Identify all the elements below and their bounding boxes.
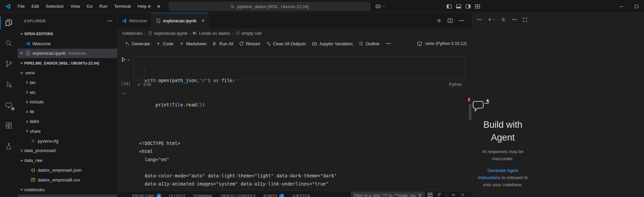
table-view-icon[interactable] xyxy=(428,192,433,197)
back-arrow-icon[interactable] xyxy=(147,4,152,9)
activity-testing[interactable] xyxy=(0,141,18,151)
open-editors-section-header[interactable]: OPEN EDITORS xyxy=(18,29,117,39)
menu-terminal[interactable]: Terminal xyxy=(111,0,134,13)
workspace-section-header[interactable]: PIPELINE_DADOS [WSL: UBUNTU-22.04] xyxy=(18,58,117,68)
chat-disclaimer: AI responses may be inaccurate. xyxy=(481,148,525,162)
copilot-menu[interactable] xyxy=(375,3,385,9)
execution-time: 0.0s xyxy=(144,82,151,87)
add-markdown-cell-button[interactable]: Markdown xyxy=(176,39,209,48)
split-editor-icon[interactable] xyxy=(447,18,453,23)
tab-ports[interactable]: PORTS2 xyxy=(260,194,288,197)
notebook-settings-icon[interactable] xyxy=(436,18,442,23)
run-all-button[interactable]: Run All xyxy=(209,39,236,48)
tab-output[interactable]: OUTPUT xyxy=(165,194,189,197)
more-actions-icon[interactable] xyxy=(459,18,464,23)
breadcrumb-markdown-section[interactable]: M↓ Lendo os dados xyxy=(193,31,230,36)
open-editor-description: notebooks xyxy=(68,51,86,56)
activity-explorer[interactable] xyxy=(0,18,18,28)
breadcrumb-cell[interactable]: empty cell xyxy=(236,31,261,36)
run-cell-button[interactable] xyxy=(121,57,130,63)
close-icon[interactable]: × xyxy=(18,51,25,56)
maximize-button[interactable] xyxy=(629,0,644,13)
toggle-panel-icon[interactable] xyxy=(456,4,461,9)
tab-label: Welcome xyxy=(129,18,147,23)
forward-arrow-icon[interactable] xyxy=(156,4,161,9)
menu-go[interactable]: Go xyxy=(83,0,96,13)
menu-selection[interactable]: Selection xyxy=(42,0,67,13)
tab-terminal[interactable]: TERMINAL xyxy=(189,194,217,197)
generate-button[interactable]: Generate xyxy=(122,39,153,48)
outline-button[interactable]: Outline xyxy=(356,39,382,48)
editor-scrollbar[interactable] xyxy=(469,104,471,120)
minimize-button[interactable] xyxy=(614,0,629,13)
activity-remote-explorer[interactable]: ✕ xyxy=(0,100,18,110)
tree-item-dados-empresaA-json[interactable]: {} dados_empresaA.json xyxy=(18,165,117,175)
menu-edit[interactable]: Edit xyxy=(28,0,42,13)
tree-item-data-raw[interactable]: data_raw xyxy=(18,155,117,165)
toolbar-more-actions-icon[interactable] xyxy=(383,39,394,48)
problems-count-badge: 4 xyxy=(156,194,161,197)
add-code-cell-button[interactable]: Code xyxy=(153,39,176,48)
tab-jupyter[interactable]: JUPYTER xyxy=(288,194,314,197)
tree-item-venv[interactable]: .venv xyxy=(18,68,117,78)
menu-file[interactable]: File xyxy=(14,0,28,13)
chevron-right-icon xyxy=(24,128,30,134)
workspace-label: PIPELINE_DADOS [WSL: UBUNTU-22.04] xyxy=(24,61,99,65)
filter-funnel-icon[interactable] xyxy=(418,194,422,197)
tab-problems[interactable]: PROBLEMS4 xyxy=(128,194,165,197)
code-cell-editor[interactable]: with open(path_json,'r') as file: print(… xyxy=(133,56,466,80)
tree-item-share[interactable]: share xyxy=(18,126,117,136)
tree-item-etc[interactable]: etc xyxy=(18,88,117,97)
tree-item-pyvenv-cfg[interactable]: pyvenv.cfg xyxy=(18,136,117,146)
collapse-all-icon[interactable] xyxy=(437,192,442,197)
tree-item-label: etc xyxy=(30,90,35,95)
open-editor-welcome[interactable]: Welcome xyxy=(18,39,117,49)
explorer-more-actions-button[interactable] xyxy=(107,18,112,24)
customize-layout-icon[interactable] xyxy=(475,4,480,9)
restart-button[interactable]: Restart xyxy=(236,39,263,48)
tab-label: exploracao.ipynb xyxy=(163,18,196,23)
chat-expand-icon[interactable] xyxy=(522,17,527,22)
activity-extensions[interactable] xyxy=(0,121,18,131)
editor-group: Welcome exploracao.ipynb × notebooks › e… xyxy=(118,13,472,197)
menu-view[interactable]: View xyxy=(67,0,83,13)
kernel-picker[interactable]: .venv (Python 3.10.12) xyxy=(417,41,472,46)
tree-item-lib64[interactable]: lib64 xyxy=(18,117,117,126)
run-debug-icon xyxy=(5,80,13,89)
toggle-primary-sidebar-icon[interactable] xyxy=(446,4,452,9)
tab-debug-console[interactable]: DEBUG CONSOLE xyxy=(217,194,260,197)
toggle-secondary-sidebar-icon[interactable] xyxy=(465,4,471,9)
breadcrumb-file[interactable]: exploracao.ipynb xyxy=(148,31,187,36)
menu-run[interactable]: Run xyxy=(96,0,111,13)
tree-item-notebooks[interactable]: notebooks xyxy=(18,185,117,195)
chat-overflow-icon[interactable] xyxy=(512,17,517,22)
filter-input[interactable] xyxy=(354,193,416,197)
breadcrumb-folder[interactable]: notebooks xyxy=(122,31,143,36)
tree-item-label: share xyxy=(30,129,41,134)
chat-settings-icon[interactable] xyxy=(501,17,506,22)
activity-search[interactable] xyxy=(0,38,18,48)
tree-item-data-processed[interactable]: data_processed xyxy=(18,146,117,156)
chevron-down-icon[interactable] xyxy=(127,58,130,61)
command-center-search[interactable]: pipeline_dados [WSL: Ubuntu-22.04] xyxy=(169,2,370,11)
activity-source-control[interactable] xyxy=(0,59,18,69)
tab-welcome[interactable]: Welcome xyxy=(118,13,152,28)
activity-run-debug[interactable] xyxy=(0,79,18,90)
tree-item-bin[interactable]: bin xyxy=(18,78,117,88)
new-chat-button[interactable] xyxy=(487,17,495,22)
clear-all-outputs-button[interactable]: Clear All Outputs xyxy=(263,39,309,48)
chevron-down-icon xyxy=(19,31,24,36)
cell-language-picker[interactable]: Python xyxy=(449,82,462,87)
chat-more-actions-icon[interactable] xyxy=(476,17,482,22)
tree-item-lib[interactable]: lib xyxy=(18,107,117,117)
close-icon[interactable]: × xyxy=(202,18,204,23)
jupyter-variables-button[interactable]: Jupyter Variables xyxy=(309,39,356,48)
maximize-panel-icon[interactable] xyxy=(451,193,456,197)
tree-item-include[interactable]: include xyxy=(18,97,117,107)
tree-item-dados-empresaB-csv[interactable]: dados_empresaB.csv xyxy=(18,175,117,185)
tree-item-exploracao-ipynb[interactable]: exploracao.ipynb xyxy=(18,195,117,197)
output-options-icon[interactable] xyxy=(122,91,126,96)
tab-exploracao-ipynb[interactable]: exploracao.ipynb × xyxy=(152,13,209,28)
open-editor-exploracao[interactable]: × exploracao.ipynb notebooks xyxy=(18,49,117,58)
close-panel-icon[interactable] xyxy=(460,193,465,197)
